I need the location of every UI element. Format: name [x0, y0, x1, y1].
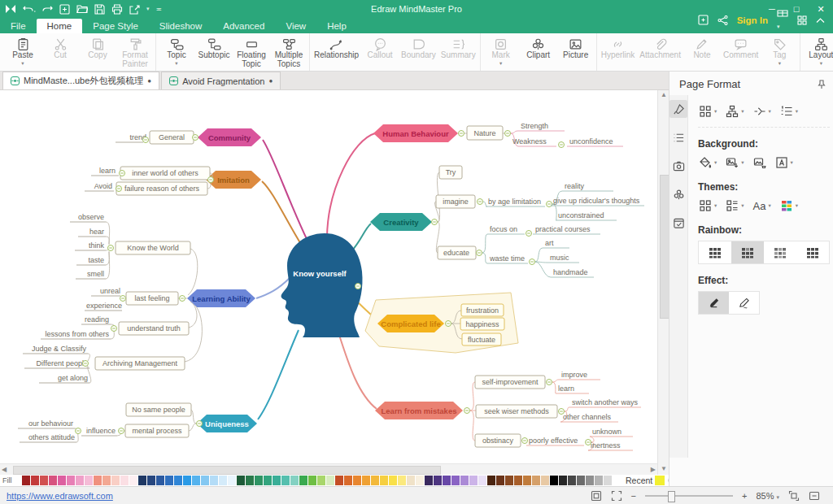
collapse-icon[interactable] [116, 186, 122, 192]
collapse-icon[interactable] [477, 250, 482, 256]
mark-button[interactable]: Mark▾ [482, 36, 520, 66]
tag-button[interactable]: Tag▾ [761, 36, 798, 66]
collapse-icon[interactable] [120, 171, 125, 176]
svg-text:music[interactable]: music [550, 254, 569, 262]
svg-text:improve[interactable]: improve [561, 371, 587, 379]
color-swatch[interactable] [102, 476, 111, 485]
svg-text:Community[interactable]: Community [208, 133, 251, 142]
color-swatch[interactable] [67, 476, 75, 485]
layout-dropdown[interactable]: ▾ [725, 103, 744, 119]
zoom-slider-knob[interactable] [668, 491, 675, 502]
svg-text:learn[interactable]: learn [558, 385, 574, 393]
svg-text:waste time[interactable]: waste time [489, 254, 525, 263]
collapse-icon[interactable] [120, 296, 126, 302]
svg-text:experience[interactable]: experience [86, 302, 122, 310]
svg-text:Learn from mistakes[interactable]: Learn from mistakes [382, 406, 457, 415]
svg-text:General[interactable]: General [159, 133, 185, 141]
rainbow-option-4[interactable] [796, 241, 829, 263]
color-swatch[interactable] [174, 476, 182, 485]
color-swatch[interactable] [595, 476, 603, 485]
task-tab[interactable] [669, 214, 687, 232]
subtopic-button[interactable]: Subtopic [195, 36, 233, 60]
collapse-icon[interactable] [355, 284, 361, 289]
color-swatch[interactable] [451, 476, 460, 485]
color-swatch[interactable] [192, 476, 200, 485]
svg-text:taste[interactable]: taste [88, 256, 104, 264]
color-swatch[interactable] [460, 476, 469, 485]
horizontal-scrollbar[interactable]: ◀ ▶ [0, 463, 657, 476]
pin-icon[interactable] [818, 80, 826, 89]
qat-customize-icon[interactable]: ≖ [156, 5, 163, 13]
svg-text:focus on[interactable]: focus on [490, 225, 517, 233]
svg-text:Different people[interactable]: Different people [37, 359, 88, 367]
effect-option-sketch[interactable] [729, 292, 759, 314]
collapse-icon[interactable] [464, 408, 470, 414]
collapse-icon[interactable] [108, 245, 114, 251]
svg-text:happiness[interactable]: happiness [465, 320, 499, 328]
color-swatch[interactable] [469, 476, 478, 485]
rainbow-option-1[interactable] [699, 241, 731, 263]
svg-text:unconfidence[interactable]: unconfidence [569, 137, 613, 146]
connector-style-dropdown[interactable]: ▾ [752, 103, 772, 119]
color-swatch[interactable] [237, 476, 245, 485]
svg-text:self-improvement[interactable]: self-improvement [482, 378, 539, 386]
fit-to-window-icon[interactable] [788, 490, 800, 502]
color-swatch[interactable] [586, 476, 594, 485]
edrawsoft-link[interactable]: https://www.edrawsoft.com [0, 491, 113, 501]
qat-more-caret[interactable]: ▾ [146, 6, 150, 12]
topic-button[interactable]: Topic▾ [158, 36, 195, 66]
theme-layout-dropdown[interactable]: ▾ [725, 198, 744, 214]
color-swatch[interactable] [299, 476, 307, 485]
background-fill-dropdown[interactable]: ▾ [698, 154, 717, 171]
svg-text:Human Behaviour[interactable]: Human Behaviour [382, 129, 449, 138]
color-swatch[interactable] [219, 476, 227, 485]
color-swatch[interactable] [290, 476, 299, 485]
color-swatch[interactable] [344, 476, 352, 485]
color-swatch[interactable] [281, 476, 290, 485]
svg-text:influence[interactable]: influence [86, 427, 116, 435]
scroll-right-arrow[interactable]: ▶ [651, 464, 656, 476]
svg-text:Know the World[interactable]: Know the World [127, 244, 178, 252]
layout-button[interactable]: Layout▾ [802, 36, 833, 66]
svg-text:our behaviour[interactable]: our behaviour [28, 419, 73, 428]
cut-button[interactable]: Cut [41, 36, 79, 60]
color-swatch[interactable] [201, 476, 209, 485]
svg-text:obstinacy[interactable]: obstinacy [482, 437, 514, 445]
zoom-level[interactable]: 85% ▾ [756, 491, 779, 501]
color-swatch[interactable] [273, 476, 281, 485]
menu-view[interactable]: View [275, 19, 316, 33]
svg-text:Avoid[interactable]: Avoid [94, 182, 112, 190]
svg-text:Archiving Management[interactable]: Archiving Management [102, 359, 178, 367]
color-swatch[interactable] [532, 476, 540, 485]
collapse-icon[interactable] [432, 219, 438, 225]
svg-text:hear[interactable]: hear [89, 228, 104, 236]
theme-style-dropdown[interactable]: ▾ [698, 103, 717, 119]
color-swatch[interactable] [210, 476, 218, 485]
color-swatch[interactable] [111, 476, 120, 485]
apps-grid-icon[interactable] [797, 15, 807, 25]
clipart-tab[interactable] [669, 185, 687, 203]
svg-text:reading[interactable]: reading [85, 315, 109, 324]
svg-text:Learning Ability[interactable]: Learning Ability [192, 294, 251, 303]
theme-font-dropdown[interactable]: Aa▾ [752, 198, 772, 214]
themes-gallery-dropdown[interactable]: ▾ [698, 198, 717, 214]
boundary-button[interactable]: Boundary [399, 36, 438, 60]
collapse-icon[interactable] [530, 259, 535, 265]
scroll-up-arrow[interactable]: ▲ [658, 89, 669, 101]
export-button[interactable] [129, 4, 140, 15]
color-swatch[interactable] [416, 476, 424, 485]
color-swatch[interactable] [76, 476, 84, 485]
color-swatch[interactable] [559, 476, 567, 485]
color-swatch[interactable] [362, 476, 370, 485]
svg-text:Uniqueness[interactable]: Uniqueness [205, 419, 249, 428]
collapse-icon[interactable] [197, 421, 203, 427]
background-image-dropdown[interactable]: ▾ [725, 154, 744, 171]
color-swatch[interactable] [183, 476, 191, 485]
comment-button[interactable]: Comment [721, 36, 761, 60]
save-button[interactable] [94, 4, 105, 15]
collapse-icon[interactable] [547, 380, 552, 385]
color-swatch[interactable] [40, 476, 48, 485]
color-swatch[interactable] [505, 476, 513, 485]
collapse-icon[interactable] [193, 135, 198, 141]
svg-text:by age limitation[interactable]: by age limitation [488, 198, 541, 206]
